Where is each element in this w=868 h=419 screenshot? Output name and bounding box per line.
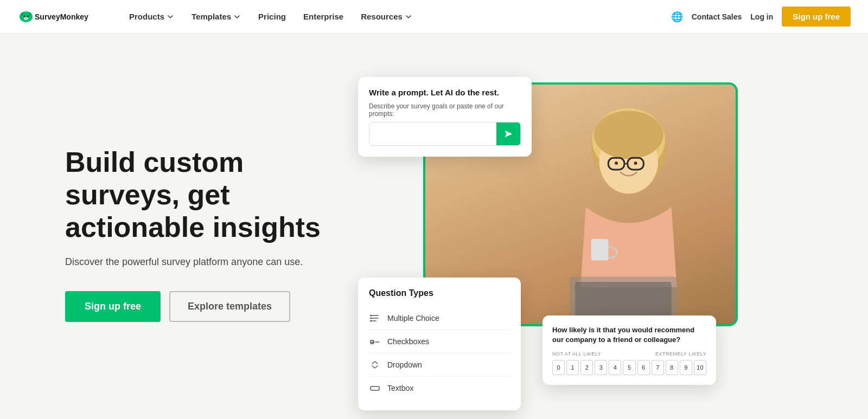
navbar: SurveyMonkey Products Templates Pricing … bbox=[0, 0, 868, 34]
navbar-right: 🌐 Contact Sales Log in Sign up free bbox=[671, 7, 851, 27]
logo-link[interactable]: SurveyMonkey bbox=[17, 8, 104, 25]
svg-rect-17 bbox=[591, 239, 609, 260]
chevron-down-icon bbox=[233, 13, 241, 21]
svg-point-16 bbox=[634, 162, 637, 165]
nps-cell-1[interactable]: 1 bbox=[566, 360, 579, 375]
nav-resources[interactable]: Resources bbox=[353, 8, 420, 25]
nps-cell-5[interactable]: 5 bbox=[623, 360, 635, 375]
question-types-card: Question Types Multiple Choice bbox=[358, 278, 521, 410]
nps-label-right: EXTREMELY LIKELY bbox=[655, 351, 706, 357]
nps-cell-7[interactable]: 7 bbox=[652, 360, 664, 375]
svg-point-6 bbox=[27, 15, 29, 17]
qt-label-textbox: Textbox bbox=[387, 384, 413, 392]
nps-cell-10[interactable]: 10 bbox=[694, 360, 706, 375]
ai-card-label: Describe your survey goals or paste one … bbox=[369, 102, 521, 118]
hero-buttons: Sign up free Explore templates bbox=[65, 291, 326, 322]
nav-templates[interactable]: Templates bbox=[184, 8, 248, 25]
nps-scale: 0 1 2 3 4 5 6 7 8 9 10 bbox=[552, 360, 706, 375]
hero-title: Build custom surveys, get actionable ins… bbox=[65, 146, 326, 243]
checkboxes-icon bbox=[369, 336, 381, 347]
globe-icon[interactable]: 🌐 bbox=[671, 11, 683, 23]
explore-templates-button[interactable]: Explore templates bbox=[169, 291, 290, 322]
nav-products-label: Products bbox=[129, 12, 164, 21]
qt-label-multiple-choice: Multiple Choice bbox=[387, 314, 439, 323]
dropdown-icon bbox=[369, 359, 381, 371]
qt-label-checkboxes: Checkboxes bbox=[387, 337, 429, 346]
nav-pricing[interactable]: Pricing bbox=[251, 8, 293, 25]
nps-cell-4[interactable]: 4 bbox=[609, 360, 621, 375]
hero-section: Build custom surveys, get actionable ins… bbox=[0, 34, 868, 419]
textbox-icon bbox=[369, 382, 381, 394]
multiple-choice-icon bbox=[369, 312, 381, 324]
svg-point-23 bbox=[370, 315, 372, 317]
ai-card-title: Write a prompt. Let AI do the rest. bbox=[369, 88, 521, 97]
svg-point-11 bbox=[594, 111, 663, 159]
svg-text:SurveyMonkey: SurveyMonkey bbox=[35, 12, 88, 21]
hero-subtitle: Discover the powerful survey platform an… bbox=[65, 255, 326, 269]
nps-cell-6[interactable]: 6 bbox=[637, 360, 650, 375]
qt-label-dropdown: Dropdown bbox=[387, 360, 422, 369]
ai-prompt-card: Write a prompt. Let AI do the rest. Desc… bbox=[358, 77, 532, 157]
hero-right: Write a prompt. Let AI do the rest. Desc… bbox=[358, 66, 825, 402]
nav-enterprise-label: Enterprise bbox=[303, 12, 343, 21]
svg-point-24 bbox=[370, 318, 372, 319]
nps-cell-0[interactable]: 0 bbox=[552, 360, 565, 375]
nps-cell-8[interactable]: 8 bbox=[666, 360, 678, 375]
ai-input-row bbox=[369, 122, 521, 146]
svg-point-15 bbox=[615, 162, 618, 165]
svg-rect-28 bbox=[371, 386, 379, 390]
contact-sales-link[interactable]: Contact Sales bbox=[692, 12, 742, 21]
nps-card: How likely is it that you would recommen… bbox=[542, 315, 716, 385]
ai-send-button[interactable] bbox=[496, 122, 520, 146]
signup-hero-button[interactable]: Sign up free bbox=[65, 291, 161, 322]
nps-cell-9[interactable]: 9 bbox=[680, 360, 692, 375]
nps-label-left: NOT AT ALL LIKELY bbox=[552, 351, 601, 357]
nps-labels: NOT AT ALL LIKELY EXTREMELY LIKELY bbox=[552, 351, 706, 357]
qt-item-dropdown[interactable]: Dropdown bbox=[369, 353, 510, 377]
svg-point-5 bbox=[24, 15, 25, 17]
nps-cell-3[interactable]: 3 bbox=[595, 360, 607, 375]
navbar-nav: Products Templates Pricing Enterprise Re… bbox=[122, 8, 671, 25]
svg-point-25 bbox=[370, 320, 372, 322]
chevron-down-icon bbox=[405, 13, 412, 21]
nav-products[interactable]: Products bbox=[122, 8, 182, 25]
qt-card-title: Question Types bbox=[369, 288, 510, 298]
nav-pricing-label: Pricing bbox=[258, 12, 286, 21]
signup-nav-button[interactable]: Sign up free bbox=[782, 7, 851, 27]
qt-item-textbox[interactable]: Textbox bbox=[369, 377, 510, 399]
nps-question-text: How likely is it that you would recommen… bbox=[552, 325, 706, 345]
nav-templates-label: Templates bbox=[192, 12, 231, 21]
send-icon bbox=[503, 129, 513, 139]
hero-left: Build custom surveys, get actionable ins… bbox=[65, 146, 326, 321]
chevron-down-icon bbox=[167, 13, 174, 21]
qt-item-multiple-choice[interactable]: Multiple Choice bbox=[369, 307, 510, 330]
ai-prompt-input[interactable] bbox=[369, 130, 496, 138]
nps-cell-2[interactable]: 2 bbox=[580, 360, 593, 375]
login-button[interactable]: Log in bbox=[750, 12, 773, 21]
logo-svg: SurveyMonkey bbox=[17, 8, 104, 25]
nav-resources-label: Resources bbox=[361, 12, 403, 21]
qt-item-checkboxes[interactable]: Checkboxes bbox=[369, 330, 510, 353]
nav-enterprise[interactable]: Enterprise bbox=[296, 8, 351, 25]
